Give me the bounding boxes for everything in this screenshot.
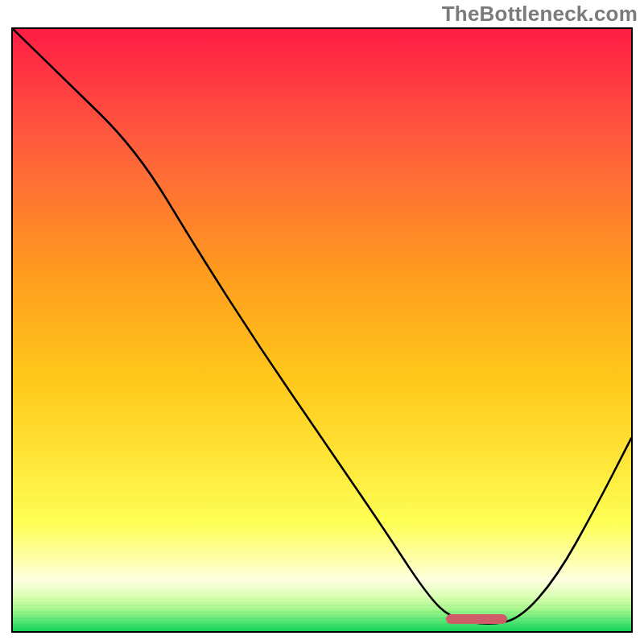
optimal-range-marker <box>446 614 508 624</box>
watermark-label: TheBottleneck.com <box>442 2 638 27</box>
bottleneck-curve-path <box>13 29 631 624</box>
bottleneck-chart: TheBottleneck.com <box>0 0 644 644</box>
curve-layer <box>13 29 631 631</box>
plot-area <box>11 27 633 633</box>
